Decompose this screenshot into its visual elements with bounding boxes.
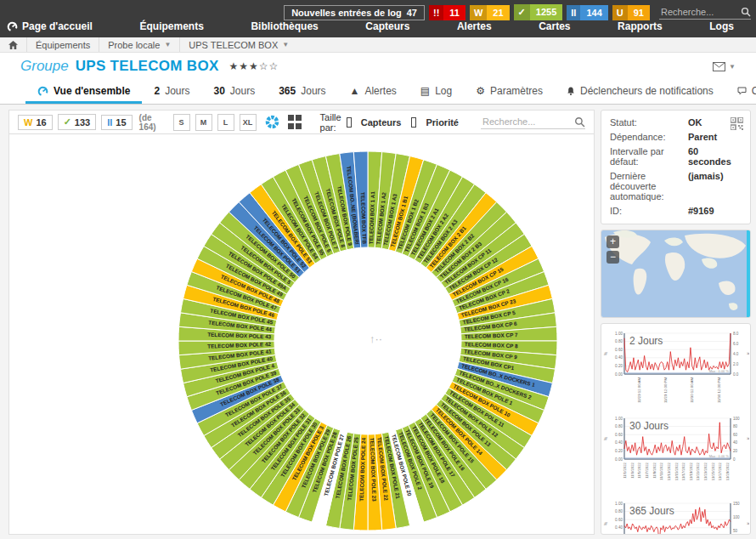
badge-unusual[interactable]: U91 [612, 5, 650, 20]
check-icon: ✓ [64, 116, 71, 128]
global-search-input[interactable] [659, 5, 741, 19]
tab-2-days[interactable]: 2Jours [142, 77, 201, 104]
svg-text:#: # [746, 353, 749, 355]
checkbox-sensors-label[interactable]: Capteurs [361, 117, 402, 128]
filter-warning[interactable]: W16 [18, 115, 53, 130]
tab-settings-label: Paramètres [490, 85, 543, 97]
autodiscovery-row: Dernière découverte automatique:(jamais) [610, 171, 743, 201]
svg-text:0.60: 0.60 [615, 433, 623, 437]
new-log-entries-label: Nouvelles entrées de log [291, 8, 402, 18]
nav-alerts-label: Alertes [457, 20, 492, 32]
svg-text:11/5/2022: 11/5/2022 [637, 462, 641, 478]
svg-text:11/23/2022: 11/23/2022 [703, 462, 708, 480]
svg-text:11/11/2022: 11/11/2022 [659, 462, 663, 479]
size-s-label: S [179, 118, 184, 127]
tiles-view-button[interactable] [288, 115, 302, 130]
nav-reports[interactable]: Rapports [618, 20, 663, 32]
nav-sensors[interactable]: Capteurs [365, 20, 409, 32]
search-icon[interactable] [574, 116, 585, 128]
panel-search-input[interactable] [481, 115, 574, 128]
svg-text:11/25/2022: 11/25/2022 [711, 462, 715, 480]
svg-text:0.40: 0.40 [615, 440, 623, 445]
svg-text:11/19/2022: 11/19/2022 [689, 462, 693, 480]
svg-text:0.20: 0.20 [615, 534, 623, 535]
svg-text:0.60: 0.60 [615, 518, 623, 522]
breadcrumb-devices[interactable]: Équipements [27, 37, 99, 52]
size-l-button[interactable]: L [217, 114, 234, 131]
mail-menu[interactable]: ▼ [713, 62, 736, 71]
priority-stars[interactable]: ★★★☆☆ [229, 60, 279, 72]
tab-settings[interactable]: ⚙Paramètres [464, 77, 555, 104]
dependency-row: Dépendance:Parent [610, 132, 743, 142]
size-m-button[interactable]: M [195, 114, 212, 131]
new-log-entries-button[interactable]: Nouvelles entrées de log 47 [284, 5, 425, 20]
nav-logs[interactable]: Logs [709, 20, 734, 32]
tab-overview[interactable]: Vue d'ensemble [25, 77, 142, 104]
tab-2-days-num: 2 [154, 85, 160, 97]
checkbox-priority-label[interactable]: Priorité [426, 117, 459, 128]
nav-reports-label: Rapports [618, 20, 663, 32]
size-xl-button[interactable]: XL [240, 114, 257, 131]
nav-sensors-label: Capteurs [365, 20, 409, 32]
tab-365-days[interactable]: 365Jours [267, 77, 337, 104]
tab-30-days[interactable]: 30Jours [201, 77, 267, 104]
svg-text:1.00: 1.00 [615, 332, 623, 336]
warning-icon: W [24, 117, 32, 128]
nav-devices[interactable]: Équipements [139, 20, 203, 32]
tab-365-days-num: 365 [279, 85, 296, 97]
graph-30-days[interactable]: 1.000.800.600.400.200.0010080604020011/1… [603, 412, 748, 496]
badge-error[interactable]: !!11 [429, 5, 465, 20]
graph-365-days[interactable]: 1.000.800.600.400.200.0015010050012/1/20… [603, 497, 748, 535]
size-by-label: Taille par: [320, 112, 341, 133]
badge-paused[interactable]: II144 [567, 5, 607, 20]
svg-text:0.80: 0.80 [615, 424, 623, 428]
sunburst-view-button[interactable] [265, 115, 279, 130]
graph-2-days[interactable]: 1.000.800.600.400.200.008.06.04.02.00.01… [603, 327, 748, 411]
svg-text:%: % [603, 351, 608, 355]
tab-log[interactable]: ▤Log [409, 77, 464, 104]
comment-bubble-icon [737, 87, 747, 95]
prtg-gauge-icon [7, 21, 18, 32]
warning-triangle-icon: ▲ [350, 86, 360, 96]
mini-graphs-panel: 1.000.800.600.400.200.008.06.04.02.00.01… [601, 323, 751, 535]
svg-text:#: # [746, 438, 749, 440]
map-zoom-out-button[interactable]: − [606, 251, 619, 264]
svg-text:0: 0 [733, 457, 736, 462]
svg-text:11/9/2022: 11/9/2022 [652, 462, 657, 478]
qr-code-icon[interactable] [731, 117, 743, 130]
filter-ok[interactable]: ✓133 [58, 114, 97, 130]
tab-comments[interactable]: Commentaires [725, 77, 756, 104]
filter-paused[interactable]: II15 [101, 115, 132, 130]
nav-libraries[interactable]: Bibliothèques [251, 20, 318, 32]
dependency-label: Dépendance: [610, 132, 688, 142]
svg-text:100: 100 [733, 515, 740, 519]
tab-365-days-label: Jours [301, 85, 325, 97]
breadcrumb-group[interactable]: UPS TELECOM BOX▼ [180, 37, 297, 52]
nav-home[interactable]: Page d'accueil [7, 20, 93, 32]
tab-log-label: Log [435, 85, 452, 97]
svg-text:11/7/2022: 11/7/2022 [645, 462, 649, 478]
search-icon[interactable] [741, 7, 751, 17]
breadcrumb-home[interactable] [0, 37, 27, 52]
breadcrumb-probe[interactable]: Probe locale▼ [99, 37, 180, 52]
check-icon: ✓ [514, 4, 530, 20]
nav-alerts[interactable]: Alertes [457, 20, 492, 32]
checkbox-priority[interactable] [411, 117, 416, 128]
svg-text:4.0: 4.0 [733, 352, 739, 356]
svg-text:365 Jours: 365 Jours [629, 505, 674, 517]
status-panel: Statut:OK Dépendance:Parent Intervalle p… [601, 110, 751, 224]
map-zoom-in-button[interactable]: + [606, 235, 619, 248]
tab-notification-triggers[interactable]: Déclencheurs de notifications [555, 77, 725, 104]
sunburst-chart[interactable]: TELECOM BOX 1 A1TELECOM BOX 1 A2TELECOM … [9, 134, 594, 539]
badge-ok[interactable]: ✓1255 [514, 4, 563, 20]
badge-warning[interactable]: W21 [470, 5, 510, 20]
svg-text:60: 60 [733, 433, 738, 437]
checkbox-sensors[interactable] [347, 117, 352, 128]
size-s-button[interactable]: S [173, 114, 190, 131]
tab-alerts[interactable]: ▲Alertes [338, 77, 409, 104]
geo-map[interactable]: + − [601, 230, 751, 318]
interval-value: 60 secondes [688, 146, 743, 167]
svg-text:2 Jours: 2 Jours [629, 335, 663, 347]
nav-maps[interactable]: Cartes [539, 20, 570, 32]
tile-icon [296, 123, 302, 129]
